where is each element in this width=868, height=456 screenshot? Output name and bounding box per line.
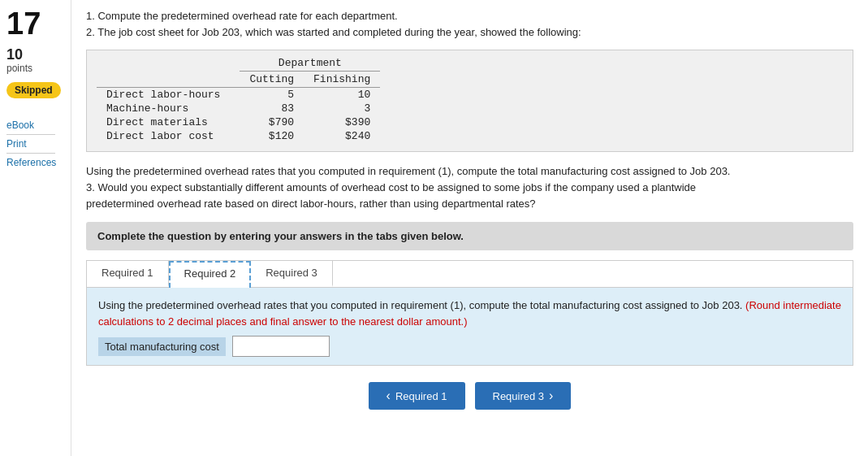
row-col1: $120 [240,129,304,143]
divider2 [6,153,55,154]
nav-buttons: Required 1 Required 3 [86,372,853,416]
tab-content-required2: Using the predetermined overhead rates t… [87,288,853,365]
prev-button[interactable]: Required 1 [369,382,465,410]
complete-question-box: Complete the question by entering your a… [86,222,853,250]
row-col1: 5 [240,88,304,102]
dept-header: Department [240,55,380,72]
ebook-link[interactable]: eBook [6,119,56,131]
divider [6,134,55,135]
question-number: 17 [6,8,41,39]
table-row: Machine-hours 83 3 [97,102,380,115]
department-table: Department Cutting Finishing Direct labo… [97,55,380,143]
tab-required1[interactable]: Required 1 [87,261,169,287]
col1-header: Cutting [240,72,304,88]
row-col2: 3 [304,102,380,115]
points-label: points [6,63,32,74]
row-label: Machine-hours [97,102,240,115]
chevron-right-icon [549,389,553,403]
tabs-row: Required 1 Required 2 Required 3 [87,261,853,288]
table-row: Direct labor-hours 5 10 [97,88,380,102]
tab-required2[interactable]: Required 2 [169,261,252,288]
cost-label: Total manufacturing cost [98,337,226,356]
main-content: 1. Compute the predetermined overhead ra… [71,0,868,456]
sidebar: 17 10 points Skipped eBook Print Referen… [0,0,71,456]
row-col2: $240 [304,129,380,143]
tab-required3[interactable]: Required 3 [251,261,333,287]
print-link[interactable]: Print [6,138,56,150]
row-col2: $390 [304,115,380,129]
references-link[interactable]: References [6,157,56,168]
table-row: Direct labor cost $120 $240 [97,129,380,143]
row-label: Direct materials [97,115,240,129]
row-label: Direct labor cost [97,129,240,143]
points-value: 10 [6,46,23,63]
department-table-wrapper: Department Cutting Finishing Direct labo… [86,50,853,152]
col2-header: Finishing [304,72,380,88]
sidebar-links: eBook Print References [6,119,56,168]
cost-row: Total manufacturing cost [98,336,841,357]
middle-text: Using the predetermined overhead rates t… [86,163,853,212]
chevron-left-icon [386,389,391,403]
next-button-label: Required 3 [493,390,545,402]
row-label: Direct labor-hours [97,88,240,102]
row-col1: 83 [240,102,304,115]
next-button[interactable]: Required 3 [475,382,572,410]
prev-button-label: Required 1 [395,390,447,402]
tab-instruction: Using the predetermined overhead rates t… [98,297,841,329]
status-badge: Skipped [6,82,61,98]
cost-input[interactable] [232,336,330,357]
row-col1: $790 [240,115,304,129]
tabs-container: Required 1 Required 2 Required 3 Using t… [86,260,853,366]
table-row: Direct materials $790 $390 [97,115,380,129]
intro-text: 1. Compute the predetermined overhead ra… [86,8,853,40]
row-col2: 10 [304,88,380,102]
